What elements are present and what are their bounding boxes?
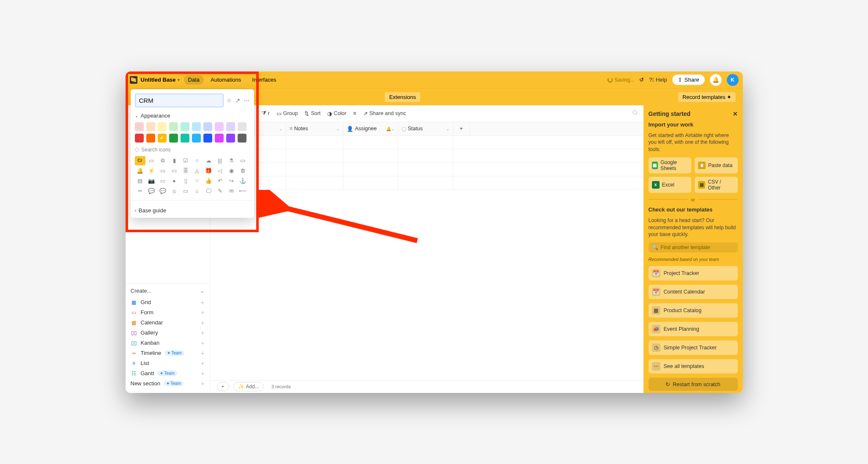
icon-option[interactable]: ↶ [215,176,225,186]
history-icon[interactable]: ↺ [639,77,644,83]
template-project-tracker[interactable]: 📅Project Tracker [649,266,738,280]
icon-option[interactable]: ⚡ [146,166,157,176]
search-button[interactable] [632,110,638,117]
color-swatch[interactable] [181,134,189,143]
icon-option[interactable]: 🔔 [135,166,145,176]
icon-search[interactable]: Search icons [135,147,250,153]
column-header-status[interactable]: ◌Status⌄ [398,122,453,135]
base-name-input[interactable] [135,93,224,107]
add-row-button[interactable]: + [217,382,229,391]
color-swatch[interactable] [215,122,224,131]
notifications-button[interactable]: 🔔 [710,74,722,86]
icon-option[interactable]: ▭ [146,156,157,165]
column-header-assignee[interactable]: 👤Assignee🔔⌄ [343,122,398,135]
sort-button[interactable]: ⇅Sort [304,110,320,117]
icon-option[interactable]: ☁ [203,156,214,165]
share-sync-button[interactable]: ↗Share and sync [363,110,406,117]
color-swatch[interactable] [135,122,144,131]
table-row[interactable]: 1 [210,136,643,149]
icon-option[interactable]: ||| [215,156,225,165]
tab-interfaces[interactable]: Interfaces [248,75,280,85]
extensions-button[interactable]: Extensions [385,92,420,102]
add-column-button[interactable]: + [453,122,470,135]
icon-option[interactable]: ▮ [169,156,180,165]
icon-option[interactable]: ⌂ [192,187,203,196]
icon-option[interactable]: ▭ [238,156,248,165]
table-row[interactable]: 2 [210,149,643,163]
add-with-ai-button[interactable]: ✨ Add... [233,382,264,391]
group-button[interactable]: ▭Group [277,110,298,117]
icon-option[interactable]: ▭ [169,166,180,176]
icon-option[interactable]: ◁ [215,166,225,176]
icon-option[interactable]: ☑ [181,156,191,165]
icon-option[interactable]: 🎁 [203,166,214,176]
appearance-header[interactable]: ⌄Appearance [135,113,250,119]
create-section[interactable]: New section✦ Team+ [131,379,205,389]
icon-option[interactable]: 🖵 [203,187,214,196]
template-product-catalog[interactable]: ▦Product Catalog [649,303,738,318]
close-icon[interactable]: ✕ [733,110,738,117]
create-timeline[interactable]: ═Timeline✦ Team+ [131,348,205,358]
create-gallery[interactable]: ▯▯Gallery+ [131,328,205,338]
color-swatch[interactable] [226,122,235,131]
color-swatch[interactable] [226,134,235,143]
import-google-sheets[interactable]: ▦Google Sheets [649,157,692,173]
filter-button[interactable]: ⧩r [262,110,270,117]
color-swatch[interactable] [158,122,167,131]
color-swatch[interactable] [192,122,201,131]
restart-button[interactable]: ↻Restart from scratch [649,378,738,391]
more-icon[interactable]: ⋯ [244,96,250,105]
help-link[interactable]: ?⃝Help [649,77,667,83]
icon-option[interactable]: ✂ [135,187,145,196]
color-swatch[interactable] [203,122,212,131]
icon-option[interactable]: ▭ [181,187,191,196]
tab-automations[interactable]: Automations [206,75,245,85]
color-swatch[interactable] [215,134,224,143]
icon-option[interactable]: ⦸ [169,187,180,196]
icon-option[interactable]: ↪ [226,176,237,186]
create-form[interactable]: ▭Form+ [131,308,205,318]
icon-option[interactable]: ▭ [158,176,168,186]
color-swatch[interactable] [146,122,155,131]
record-templates-button[interactable]: Record templates ✦ [678,92,736,102]
import-csv[interactable]: ▤CSV / Other [695,177,738,193]
icon-option[interactable]: ⟵ [238,187,248,196]
row-height-button[interactable]: ≡ [353,110,356,116]
color-swatch[interactable] [238,134,246,143]
icon-option[interactable]: ⚙ [158,156,168,165]
create-list[interactable]: ≡List+ [131,358,205,368]
icon-option[interactable]: ✉ [226,187,237,196]
import-excel[interactable]: xExcel [649,177,692,193]
base-name[interactable]: Untitled Base [141,77,176,83]
table-row[interactable]: 3 [210,163,643,176]
grid-body[interactable]: 1 2 3 + [210,136,643,380]
icon-option[interactable]: 💬 [146,187,157,196]
open-icon[interactable]: ↗ [235,96,241,105]
icon-option[interactable]: ▤ [135,176,145,186]
color-swatch[interactable] [135,134,144,143]
icon-option[interactable]: 📷 [146,176,157,186]
color-swatch[interactable] [146,134,155,143]
icon-option[interactable]: ▯ [181,176,191,186]
template-search[interactable]: 🔍Find another template [649,242,738,253]
icon-option[interactable]: ◬ [192,166,203,176]
column-header-notes[interactable]: ≡Notes⌄ [286,122,343,135]
icon-option[interactable]: ⚗ [226,156,237,165]
icon-option[interactable]: ⚓ [238,176,248,186]
color-swatch[interactable] [192,134,201,143]
create-gantt[interactable]: ☷Gantt✦ Team+ [131,368,205,379]
star-icon[interactable]: ☆ [226,96,233,105]
template-simple-project-tracker[interactable]: ◷Simple Project Tracker [649,340,738,355]
icon-option[interactable]: 🗑 [238,166,248,176]
chevron-down-icon[interactable]: ▾ [178,77,180,82]
icon-option[interactable]: ◉ [226,166,237,176]
template-content-calendar[interactable]: 📅Content Calendar [649,285,738,299]
icon-option[interactable]: ● [169,176,180,186]
color-swatch[interactable] [158,134,167,143]
icon-option[interactable]: Cr [135,156,145,165]
create-calendar[interactable]: ▦Calendar+ [131,318,205,328]
color-button[interactable]: ◑Color [327,110,346,117]
icon-option[interactable]: ✎ [215,187,225,196]
add-row[interactable]: + [210,176,643,190]
create-grid[interactable]: ▦Grid+ [131,297,205,308]
